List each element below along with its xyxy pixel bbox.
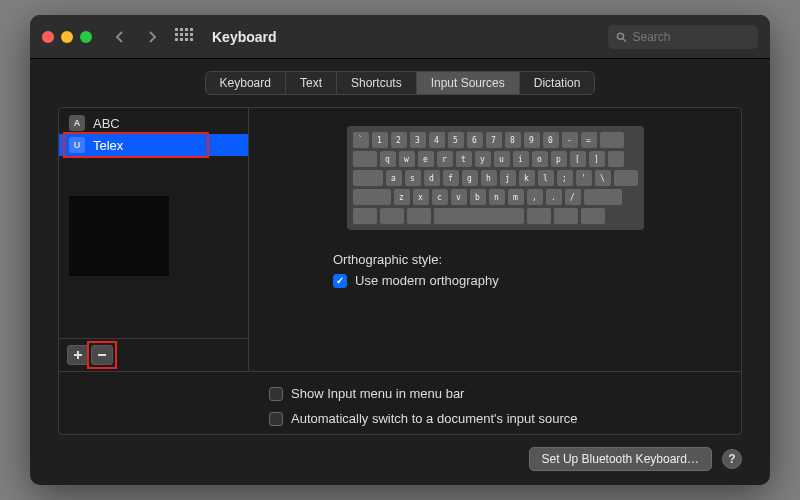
modern-orthography-checkbox[interactable]: Use modern orthography bbox=[333, 273, 717, 288]
grid-icon bbox=[175, 28, 193, 46]
forward-button[interactable] bbox=[140, 25, 164, 49]
input-sources-list: AABCUTelex bbox=[59, 108, 249, 371]
checkbox-icon bbox=[269, 387, 283, 401]
source-icon: U bbox=[69, 137, 85, 153]
help-button[interactable]: ? bbox=[722, 449, 742, 469]
tab-dictation[interactable]: Dictation bbox=[520, 72, 595, 94]
svg-line-1 bbox=[623, 38, 626, 41]
tab-input-sources[interactable]: Input Sources bbox=[417, 72, 520, 94]
search-field[interactable] bbox=[608, 25, 758, 49]
source-label: ABC bbox=[93, 116, 120, 131]
titlebar: Keyboard bbox=[30, 15, 770, 59]
close-window-button[interactable] bbox=[42, 31, 54, 43]
svg-point-0 bbox=[618, 33, 624, 39]
panel-footer-options: Show Input menu in menu bar Automaticall… bbox=[59, 371, 741, 434]
source-item-abc[interactable]: AABC bbox=[59, 112, 248, 134]
show-all-button[interactable] bbox=[172, 25, 196, 49]
orthographic-style-label: Orthographic style: bbox=[333, 252, 717, 267]
minimize-window-button[interactable] bbox=[61, 31, 73, 43]
window-title: Keyboard bbox=[212, 29, 600, 45]
checkbox-label: Use modern orthography bbox=[355, 273, 499, 288]
content-panel: AABCUTelex `1234567890-=qwertyuiop[]asdf… bbox=[58, 107, 742, 435]
checkbox-label: Show Input menu in menu bar bbox=[291, 386, 464, 401]
checkbox-icon bbox=[333, 274, 347, 288]
back-button[interactable] bbox=[108, 25, 132, 49]
tab-keyboard[interactable]: Keyboard bbox=[206, 72, 286, 94]
checkbox-icon bbox=[269, 412, 283, 426]
show-input-menu-checkbox[interactable]: Show Input menu in menu bar bbox=[269, 386, 725, 401]
zoom-window-button[interactable] bbox=[80, 31, 92, 43]
source-label: Telex bbox=[93, 138, 123, 153]
search-icon bbox=[616, 31, 627, 43]
source-item-telex[interactable]: UTelex bbox=[59, 134, 248, 156]
source-icon: A bbox=[69, 115, 85, 131]
remove-source-button[interactable] bbox=[91, 345, 113, 365]
add-source-button[interactable] bbox=[67, 345, 89, 365]
search-input[interactable] bbox=[633, 30, 750, 44]
window-footer: Set Up Bluetooth Keyboard… ? bbox=[30, 447, 770, 485]
checkbox-label: Automatically switch to a document's inp… bbox=[291, 411, 577, 426]
preview-placeholder bbox=[69, 196, 169, 276]
tab-bar: KeyboardTextShortcutsInput SourcesDictat… bbox=[30, 59, 770, 103]
setup-bluetooth-keyboard-button[interactable]: Set Up Bluetooth Keyboard… bbox=[529, 447, 712, 471]
traffic-lights bbox=[42, 31, 92, 43]
keyboard-preview: `1234567890-=qwertyuiop[]asdfghjkl;'\zxc… bbox=[347, 126, 644, 230]
source-detail: `1234567890-=qwertyuiop[]asdfghjkl;'\zxc… bbox=[249, 108, 741, 371]
tab-text[interactable]: Text bbox=[286, 72, 337, 94]
tab-shortcuts[interactable]: Shortcuts bbox=[337, 72, 417, 94]
auto-switch-checkbox[interactable]: Automatically switch to a document's inp… bbox=[269, 411, 725, 426]
system-preferences-window: Keyboard KeyboardTextShortcutsInput Sour… bbox=[30, 15, 770, 485]
